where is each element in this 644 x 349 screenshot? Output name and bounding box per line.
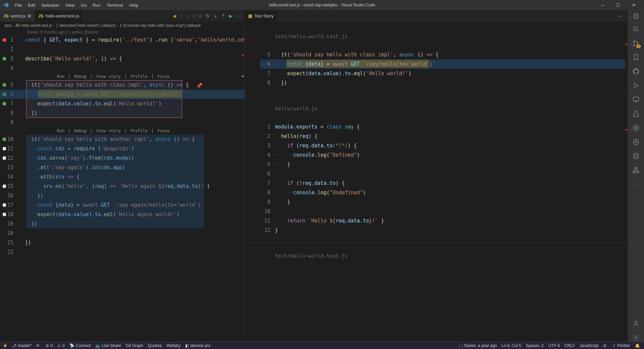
status-item[interactable]: Daniel, a year ago (459, 343, 497, 348)
code-line-10[interactable]: ··it('should say hello with another impl… (25, 135, 245, 144)
code-line-5[interactable]: ··it('should say hello with class impl',… (25, 80, 245, 90)
code-line-3[interactable]: describe('Hello world!', () => { (25, 54, 245, 63)
up2-icon[interactable]: ⇡ (221, 13, 225, 18)
status-item[interactable]: CRLF (565, 343, 575, 348)
code-line-1[interactable]: const { GET, expect } = require('../test… (25, 35, 245, 45)
code-line[interactable]: ····if (req.data.to/*?*/) { (275, 141, 357, 150)
status-item[interactable]: ⟳ (36, 343, 41, 348)
code-line-18[interactable]: ····expect(data.value).to.eql('Hello aga… (25, 210, 245, 219)
code-line[interactable]: ····return `Hello ${req.data.to}!` } (275, 216, 384, 226)
code-line-9[interactable] (25, 118, 245, 127)
status-item[interactable]: JavaScript (580, 343, 598, 348)
menu-edit[interactable]: Edit (25, 1, 38, 9)
square-icon[interactable]: □ (199, 13, 202, 18)
code-line-14[interactable]: ····.with(srv => { (25, 172, 245, 182)
restart-icon[interactable]: ↻ (206, 13, 210, 18)
status-item[interactable]: ⚠0 (57, 343, 65, 348)
down2-icon[interactable]: ⇣ (214, 13, 217, 18)
codelens[interactable]: Run | Debug | View story | Profile | Foc… (25, 127, 245, 135)
extension-a-icon[interactable] (632, 138, 640, 146)
menu-run[interactable]: Run (90, 1, 103, 9)
code-editor[interactable]: 12345678910111213141516171819202122const… (0, 35, 245, 342)
code-line[interactable]: ····if (!req.data.to) { (275, 179, 345, 188)
breadcrumbs[interactable]: test›JS hello-world.test.js›ƒ describe('… (0, 22, 245, 29)
copy-icon[interactable] (632, 12, 640, 20)
menu-selection[interactable]: Selection (39, 1, 62, 9)
down-arrow-icon[interactable]: ↓ (186, 13, 189, 18)
bookmark-icon[interactable] (632, 53, 640, 61)
minimize-button[interactable]: ─ (595, 0, 610, 10)
maximize-button[interactable]: ☐ (610, 0, 626, 10)
code-line-22[interactable] (25, 247, 245, 257)
remote-icon[interactable] (632, 96, 640, 104)
code-line[interactable]: ····} (275, 160, 290, 169)
code-line[interactable]: } (275, 226, 278, 235)
code-line-21[interactable]: }) (25, 238, 245, 247)
more-sidebar-icon[interactable]: ⋯ (632, 180, 640, 188)
bolt-icon[interactable] (632, 124, 640, 132)
status-item[interactable]: Git Graph (126, 343, 143, 348)
remote-indicator[interactable]: ⚡ (3, 343, 8, 348)
status-item[interactable]: 📺Live Share (95, 343, 121, 348)
status-item[interactable]: Wallaby (166, 343, 180, 348)
status-item[interactable]: Quokka (148, 343, 162, 348)
code-line-13[interactable]: ····.at('/say-again').in(cds.app) (25, 163, 245, 172)
code-line[interactable]: ··it('should say hello with class impl',… (275, 50, 439, 59)
debug-icon[interactable] (632, 82, 640, 90)
menu-file[interactable]: File (12, 1, 24, 9)
status-item[interactable]: 📡Connect (69, 343, 91, 348)
hierarchy-icon[interactable] (632, 166, 640, 174)
menu-view[interactable]: View (63, 1, 77, 9)
prev-icon[interactable]: ◀ (173, 13, 176, 18)
breadcrumb-2[interactable]: ƒ describe('Hello world!') callback (56, 23, 115, 28)
code-line-7[interactable]: ····expect(data.value).to.eql('Hello wor… (25, 99, 245, 108)
menu-terminal[interactable]: Terminal (104, 1, 126, 9)
status-item[interactable]: ⎇master* (12, 343, 32, 348)
right-tab-0[interactable]: ▤Test Story (245, 10, 277, 22)
pin-icon[interactable]: 📌 (196, 81, 203, 90)
code-line-20[interactable] (25, 229, 245, 238)
left-tab-0[interactable]: JSworld.jsM (0, 10, 35, 22)
breadcrumb-3[interactable]: ƒ it('should say hello with class impl')… (120, 23, 201, 28)
code-line[interactable]: ······console.log("Undefined") (275, 188, 366, 197)
code-line-2[interactable] (25, 45, 245, 54)
more-icon[interactable]: ⋯ (236, 13, 241, 18)
code-line-12[interactable]: ····cds.serve('say').from(cds.model) (25, 153, 245, 163)
menu-go[interactable]: Go (78, 1, 89, 9)
code-line-17[interactable]: ····const {data} = await GET `/say-again… (25, 200, 245, 210)
breadcrumb-0[interactable]: test (5, 23, 11, 28)
circle-icon[interactable]: ○ (193, 13, 195, 18)
code-line-4[interactable] (25, 63, 245, 73)
code-line[interactable]: module.exports = class say { (275, 122, 360, 132)
left-tab-1[interactable]: JShello-world.test.js (35, 10, 83, 22)
search-icon[interactable] (632, 25, 640, 33)
code-line[interactable]: ······console.log("Defined") (275, 150, 360, 160)
code-line[interactable]: ··}) (275, 78, 287, 88)
codelens[interactable]: Run | Debug | View story | Profile | Foc… (25, 73, 245, 80)
code-line-16[interactable]: ····}) (25, 191, 245, 200)
right-more-icon[interactable]: ⋯ (613, 10, 628, 22)
code-line-15[interactable]: ······srv.on('hello', (req) => `Hello ag… (25, 182, 245, 191)
breadcrumb-1[interactable]: JS hello-world.test.js (15, 23, 52, 28)
status-item[interactable]: UTF-8 (548, 343, 560, 348)
code-line-8[interactable]: ··}) (25, 108, 245, 118)
code-line[interactable]: ····expect(data.value).to.eql('Hello wor… (275, 69, 411, 78)
status-item[interactable]: ⊘ (603, 343, 608, 348)
status-item[interactable]: Spaces: 2 (526, 343, 544, 348)
code-line-6[interactable]: ····const {data} = await GET `/say/hello… (25, 90, 245, 99)
test-story-view[interactable]: test/hello-world.test.js5··it('should sa… (245, 22, 628, 342)
status-item[interactable]: ◧tabnine pro (185, 343, 210, 348)
status-item[interactable]: 🔔 (635, 343, 641, 348)
menu-help[interactable]: Help (126, 1, 141, 9)
settings-gear-icon[interactable] (632, 334, 640, 342)
github-icon[interactable] (632, 67, 640, 76)
close-button[interactable]: ✕ (626, 0, 641, 10)
play-icon[interactable]: ▶ (229, 13, 232, 18)
code-line[interactable]: ··hello(req) { (275, 132, 317, 141)
source-control-icon[interactable]: 3 (632, 39, 640, 47)
database-icon[interactable] (632, 152, 640, 160)
testing-icon[interactable] (632, 110, 640, 118)
status-item[interactable]: ✓Prettier (612, 343, 630, 348)
code-line-19[interactable]: ··}) (25, 219, 245, 229)
status-item[interactable]: Ln 6, Col 5 (502, 343, 521, 348)
